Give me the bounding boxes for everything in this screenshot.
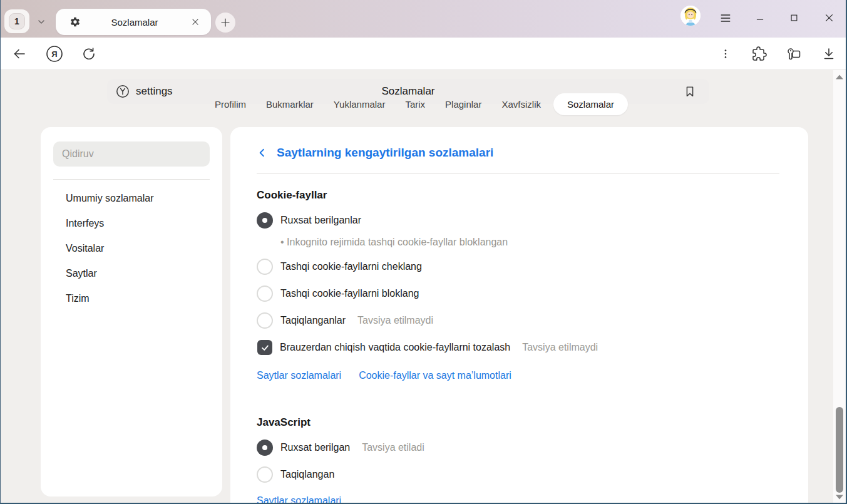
- radio-label: Tashqi cookie-fayllarni cheklang: [280, 261, 422, 272]
- browser-toolbar: Я settings Sozlamalar: [1, 38, 846, 70]
- checkbox-clear-cookies-on-exit[interactable]: Brauzerdan chiqish vaqtida cookie-faylla…: [257, 339, 779, 356]
- tab-sozlamalar[interactable]: Sozlamalar: [553, 93, 628, 115]
- page-scrollbar[interactable]: [833, 70, 846, 503]
- cookies-section-title: Cookie-fayllar: [257, 189, 779, 202]
- tab-counter-button[interactable]: 1: [4, 9, 29, 33]
- tab-title: Sozlamalar: [81, 17, 188, 28]
- radio-cookies-allowed[interactable]: Ruxsat berilganlar: [257, 212, 779, 229]
- sidebar-item-interfeys[interactable]: Interfeys: [53, 211, 210, 236]
- radio-label: Tashqi cookie-fayllarni bloklang: [280, 288, 419, 299]
- checkbox-label: Brauzerdan chiqish vaqtida cookie-faylla…: [280, 342, 510, 353]
- sidebar-item-tizim[interactable]: Tizim: [53, 286, 210, 311]
- tab-profilim[interactable]: Profilim: [207, 93, 254, 115]
- back-navigation[interactable]: Saytlarning kengaytirilgan sozlamalari: [257, 146, 779, 160]
- scrollbar-thumb[interactable]: [836, 407, 843, 493]
- radio-js-allowed[interactable]: Ruxsat berilgan Tavsiya etiladi: [257, 440, 779, 456]
- recommended-hint: Tavsiya etiladi: [362, 442, 424, 453]
- radio-unselected-icon[interactable]: [257, 466, 273, 483]
- tab-close-icon[interactable]: [188, 15, 202, 29]
- password-manager-icon[interactable]: [784, 44, 803, 63]
- tab-list-chevron-down-icon[interactable]: [33, 14, 49, 30]
- scroll-down-icon[interactable]: [835, 494, 844, 500]
- radio-selected-icon[interactable]: [257, 212, 273, 229]
- extensions-puzzle-icon[interactable]: [750, 44, 769, 63]
- window-minimize-button[interactable]: [749, 8, 771, 28]
- back-chevron-icon: [257, 147, 268, 158]
- radio-cookies-restrict-thirdparty[interactable]: Tashqi cookie-fayllarni cheklang: [257, 259, 779, 275]
- radio-selected-icon[interactable]: [257, 440, 273, 456]
- window-maximize-button[interactable]: [783, 8, 804, 28]
- search-input[interactable]: [53, 141, 210, 167]
- radio-cookies-blocked[interactable]: Taqiqlanganlar Tavsiya etilmaydi: [257, 312, 779, 329]
- not-recommended-hint: Tavsiya etilmaydi: [522, 342, 598, 353]
- settings-main-panel: Saytlarning kengaytirilgan sozlamalari C…: [230, 127, 808, 504]
- browser-window: 1 Sozlamalar: [0, 0, 847, 504]
- settings-nav-tabs: Profilim Bukmarklar Yuklanmalar Tarix Pl…: [1, 91, 834, 116]
- radio-unselected-icon[interactable]: [257, 312, 273, 329]
- reload-icon[interactable]: [80, 44, 98, 63]
- radio-unselected-icon[interactable]: [257, 285, 273, 302]
- sidebar-item-saytlar[interactable]: Saytlar: [53, 261, 210, 286]
- tab-tarix[interactable]: Tarix: [398, 93, 433, 115]
- more-options-icon[interactable]: [716, 44, 735, 63]
- tab-bukmarklar[interactable]: Bukmarklar: [259, 93, 321, 115]
- gear-icon: [69, 16, 81, 28]
- content-divider: [257, 173, 779, 174]
- radio-js-blocked[interactable]: Taqiqlangan: [257, 466, 779, 483]
- downloads-icon[interactable]: [819, 44, 838, 63]
- window-close-button[interactable]: [818, 8, 839, 28]
- radio-unselected-icon[interactable]: [257, 259, 273, 275]
- yandex-logo-icon[interactable]: Я: [45, 44, 64, 63]
- new-tab-button[interactable]: [215, 13, 235, 33]
- tab-xavfsizlik[interactable]: Xavfsizlik: [494, 93, 548, 115]
- user-avatar[interactable]: [680, 6, 701, 26]
- tab-plaginlar[interactable]: Plaginlar: [438, 93, 489, 115]
- cookies-incognito-note: • Inkognito rejimida tashqi cookie-fayll…: [280, 237, 779, 248]
- link-cookies-site-data[interactable]: Cookie-fayllar va sayt ma’lumotlari: [359, 370, 511, 381]
- section-back-heading: Saytlarning kengaytirilgan sozlamalari: [277, 146, 493, 160]
- link-js-site-settings[interactable]: Saytlar sozlamalari: [257, 495, 341, 504]
- tab-count: 1: [9, 13, 25, 29]
- sidebar-item-vositalar[interactable]: Vositalar: [53, 236, 210, 261]
- checkbox-checked-icon[interactable]: [257, 340, 272, 355]
- scroll-up-icon[interactable]: [835, 74, 844, 80]
- radio-label: Ruxsat berilganlar: [280, 215, 361, 226]
- back-icon[interactable]: [10, 44, 29, 63]
- radio-label: Taqiqlangan: [280, 469, 334, 480]
- javascript-section-title: JavaScript: [257, 416, 779, 429]
- browser-tab-sozlamalar[interactable]: Sozlamalar: [56, 9, 211, 35]
- browser-menu-icon[interactable]: [716, 9, 735, 28]
- radio-cookies-block-thirdparty[interactable]: Tashqi cookie-fayllarni bloklang: [257, 285, 779, 302]
- not-recommended-hint: Tavsiya etilmaydi: [357, 315, 433, 326]
- settings-sidebar: Umumiy sozlamalar Interfeys Vositalar Sa…: [41, 127, 222, 496]
- svg-text:Я: Я: [51, 49, 57, 59]
- tab-strip: 1 Sozlamalar: [1, 0, 846, 38]
- sidebar-item-umumiy-sozlamalar[interactable]: Umumiy sozlamalar: [53, 186, 210, 211]
- tab-yuklanmalar[interactable]: Yuklanmalar: [326, 93, 393, 115]
- link-site-settings[interactable]: Saytlar sozlamalari: [257, 370, 341, 381]
- radio-label: Taqiqlanganlar: [280, 315, 346, 326]
- sidebar-divider: [53, 179, 210, 180]
- radio-label: Ruxsat berilgan: [280, 442, 350, 453]
